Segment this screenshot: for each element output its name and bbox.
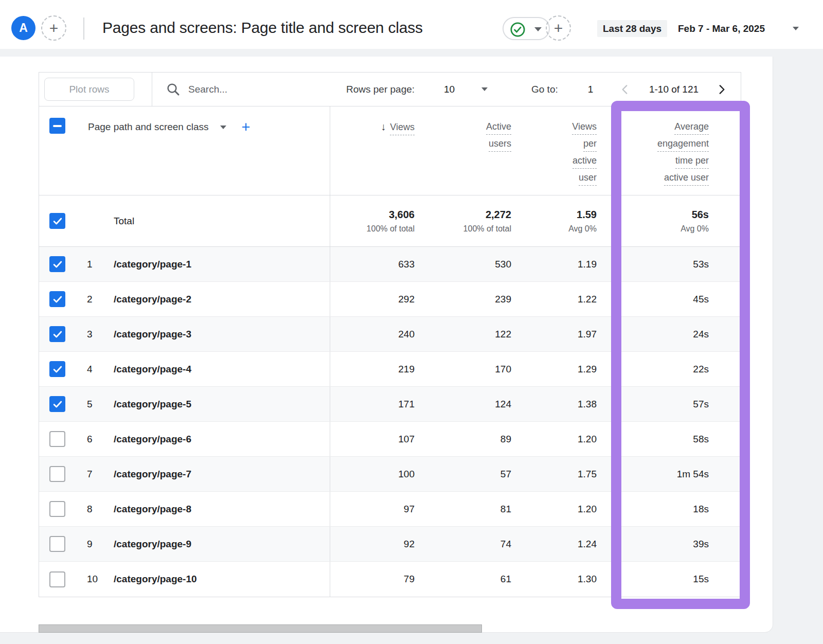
page-path: /category/page-1 xyxy=(109,247,330,281)
table-row: 4/category/page-42191701.2922s xyxy=(39,352,741,387)
plus-icon: + xyxy=(554,21,563,36)
plot-rows-button[interactable]: Plot rows xyxy=(44,78,134,101)
totals-row: Total 3,606 100% of total 2,272 100% of … xyxy=(39,195,741,247)
column-header-text: engagement xyxy=(657,138,709,152)
page-path: /category/page-10 xyxy=(109,562,330,597)
row-checkbox[interactable] xyxy=(49,431,65,447)
chevron-down-icon[interactable] xyxy=(793,27,799,30)
totals-views-cell: 3,606 100% of total xyxy=(330,195,415,246)
row-checkbox[interactable] xyxy=(49,291,65,307)
dimension-header-cell: Page path and screen class + xyxy=(83,106,330,195)
total-views-sub: 100% of total xyxy=(367,224,415,234)
cell-avg_engagement_time: 45s xyxy=(597,282,741,316)
previous-page-icon[interactable] xyxy=(618,83,632,96)
rows-per-page-value[interactable]: 10 xyxy=(444,84,455,95)
column-header-avg_engagement_time[interactable]: Averageengagementtime peractive user xyxy=(597,106,741,195)
page-title: Pages and screens: Page title and screen… xyxy=(102,19,423,37)
cell-active_users: 124 xyxy=(415,387,511,421)
table-row: 10/category/page-1079611.3015s xyxy=(39,562,741,597)
go-to-page-input[interactable] xyxy=(575,80,606,99)
select-all-checkbox[interactable] xyxy=(49,118,65,134)
page-path: /category/page-3 xyxy=(109,317,330,351)
row-checkbox[interactable] xyxy=(49,326,65,342)
date-range-chip[interactable]: Last 28 days xyxy=(597,20,667,37)
row-checkbox[interactable] xyxy=(49,213,65,229)
data-table: Plot rows Rows per page: 10 Go to: 1-10 … xyxy=(39,72,741,597)
column-header-active_users[interactable]: Activeusers xyxy=(415,106,511,195)
totals-label: Total xyxy=(109,195,330,246)
row-checkbox[interactable] xyxy=(49,396,65,412)
cell-avg_engagement_time: 53s xyxy=(597,247,741,281)
column-header-text: active user xyxy=(664,172,709,186)
report-status-control[interactable] xyxy=(503,17,550,40)
column-header-views[interactable]: ↓Views xyxy=(330,106,415,195)
page-path: /category/page-5 xyxy=(109,387,330,421)
row-checkbox[interactable] xyxy=(49,466,65,482)
add-report-button[interactable]: + xyxy=(546,15,571,41)
horizontal-scrollbar-thumb[interactable] xyxy=(39,624,482,633)
table-row: 3/category/page-32401221.9724s xyxy=(39,317,741,352)
divider xyxy=(152,73,152,106)
cell-views: 292 xyxy=(330,282,415,316)
go-to-label: Go to: xyxy=(531,84,558,95)
cell-active_users: 81 xyxy=(415,492,511,526)
page-path: /category/page-4 xyxy=(109,352,330,386)
cell-active_users: 122 xyxy=(415,317,511,351)
row-index: 8 xyxy=(83,492,109,526)
column-header-text: users xyxy=(489,138,511,152)
page-path: /category/page-6 xyxy=(109,422,330,456)
table-row: 7/category/page-7100571.751m 54s xyxy=(39,457,741,492)
cell-views: 171 xyxy=(330,387,415,421)
add-dimension-button[interactable]: + xyxy=(242,120,251,135)
rows-per-page-label: Rows per page: xyxy=(346,84,415,95)
check-icon xyxy=(52,216,63,227)
column-header-text: Views xyxy=(390,122,415,135)
totals-active-users-cell: 2,272 100% of total xyxy=(415,195,511,246)
cell-active_users: 530 xyxy=(415,247,511,281)
dimension-header-label[interactable]: Page path and screen class xyxy=(88,121,209,133)
check-icon xyxy=(52,399,63,410)
total-active-users-sub: 100% of total xyxy=(463,224,511,234)
chevron-down-icon[interactable] xyxy=(220,126,226,129)
check-icon xyxy=(52,364,63,375)
column-header-text: Views xyxy=(572,121,597,135)
table-toolbar: Plot rows Rows per page: 10 Go to: 1-10 … xyxy=(39,73,741,106)
cell-views_per_active_user: 1.75 xyxy=(511,457,597,491)
cell-avg_engagement_time: 1m 54s xyxy=(597,457,741,491)
cell-views: 79 xyxy=(330,562,415,597)
column-header-text: Active xyxy=(486,121,511,135)
divider xyxy=(83,17,84,40)
row-index: 3 xyxy=(83,317,109,351)
cell-views_per_active_user: 1.38 xyxy=(511,387,597,421)
row-checkbox[interactable] xyxy=(49,501,65,517)
page-path: /category/page-8 xyxy=(109,492,330,526)
row-index: 5 xyxy=(83,387,109,421)
cell-avg_engagement_time: 57s xyxy=(597,387,741,421)
avatar[interactable]: A xyxy=(11,16,35,40)
cell-active_users: 61 xyxy=(415,562,511,597)
page-path: /category/page-9 xyxy=(109,527,330,561)
check-icon xyxy=(52,294,63,305)
row-index: 4 xyxy=(83,352,109,386)
cell-views_per_active_user: 1.29 xyxy=(511,352,597,386)
cell-views: 107 xyxy=(330,422,415,456)
cell-avg_engagement_time: 18s xyxy=(597,492,741,526)
cell-avg_engagement_time: 24s xyxy=(597,317,741,351)
column-header-views_per_active_user[interactable]: Viewsperactiveuser xyxy=(511,106,597,195)
add-comparison-button[interactable]: + xyxy=(41,15,66,41)
row-checkbox[interactable] xyxy=(49,256,65,272)
date-range-value[interactable]: Feb 7 - Mar 6, 2025 xyxy=(678,23,765,34)
row-checkbox[interactable] xyxy=(49,571,65,587)
report-card: Plot rows Rows per page: 10 Go to: 1-10 … xyxy=(0,57,773,633)
search-input[interactable] xyxy=(188,79,317,100)
next-page-icon[interactable] xyxy=(715,83,728,96)
cell-views: 219 xyxy=(330,352,415,386)
row-checkbox[interactable] xyxy=(49,536,65,552)
table-row: 6/category/page-6107891.2058s xyxy=(39,422,741,457)
cell-views_per_active_user: 1.20 xyxy=(511,422,597,456)
row-checkbox[interactable] xyxy=(49,361,65,377)
chevron-down-icon[interactable] xyxy=(481,87,488,91)
table-header-row: Page path and screen class + ↓ViewsActiv… xyxy=(39,106,741,195)
column-header-text: active xyxy=(572,155,597,169)
table-row: 5/category/page-51711241.3857s xyxy=(39,387,741,422)
